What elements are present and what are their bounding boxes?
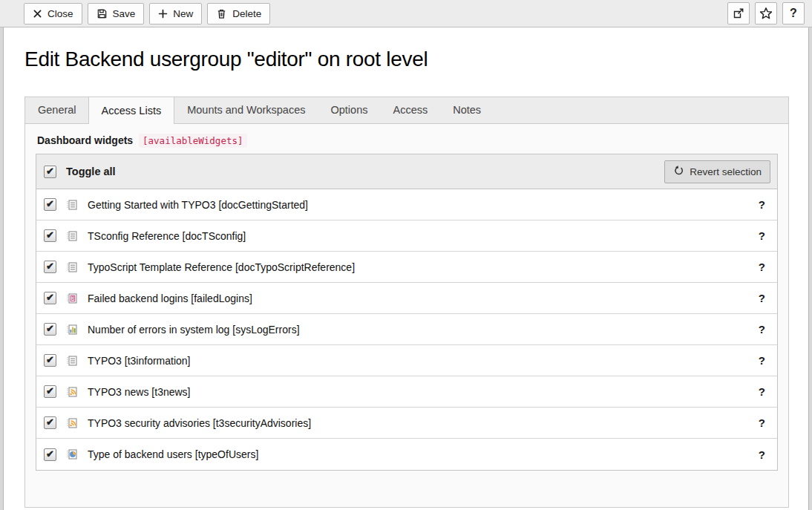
checkmark-icon: ✔ [46, 199, 54, 209]
revert-icon [673, 165, 684, 178]
widget-label: Failed backend logins [failedLogins] [88, 292, 252, 304]
checkmark-icon: ✔ [46, 449, 54, 459]
help-icon: ? [790, 7, 797, 20]
checkmark-icon: ✔ [46, 292, 54, 302]
row-checkbox[interactable]: ✔ [44, 416, 56, 429]
checkmark-icon: ✔ [46, 166, 54, 176]
widget-label: TSconfig Reference [docTSconfig] [88, 230, 246, 242]
widget-label: TYPO3 security advisories [t3securityAdv… [88, 417, 311, 429]
document-widget-icon: 3 [66, 261, 78, 273]
help-icon[interactable]: ? [753, 323, 770, 336]
close-button-label: Close [48, 8, 73, 19]
widget-row: ✔ 3 [36, 345, 777, 376]
widget-label: Getting Started with TYPO3 [docGettingSt… [88, 199, 308, 211]
save-button-label: Save [113, 8, 136, 19]
section-label: Dashboard widgets [availableWidgets] [37, 134, 778, 146]
toolbar-left-group: Close Save New [24, 3, 270, 24]
widget-label: TypoScript Template Reference [docTypoSc… [88, 261, 355, 273]
widget-table: ✔ Toggle all Revert selection [36, 154, 778, 471]
open-in-window-icon [733, 7, 744, 19]
widget-row: ✔ 3 [36, 408, 777, 439]
close-button[interactable]: Close [24, 3, 82, 24]
checkmark-icon: ✔ [46, 230, 54, 240]
help-icon[interactable]: ? [753, 416, 770, 429]
section-title: Dashboard widgets [37, 134, 133, 146]
svg-text:3: 3 [71, 295, 74, 301]
barchart-widget-icon: 3 [66, 324, 78, 336]
widget-label: Number of errors in system log [sysLogEr… [88, 324, 300, 336]
help-button[interactable]: ? [782, 2, 805, 24]
tab-general[interactable]: General [25, 97, 89, 123]
widget-row: ✔ 3 [36, 220, 777, 252]
widget-row: ✔ 3 [36, 189, 777, 220]
row-checkbox[interactable]: ✔ [44, 198, 56, 211]
widget-label: Type of backend users [typeOfUsers] [88, 448, 258, 460]
document-widget-icon: 3 [66, 230, 78, 242]
trash-icon [216, 8, 227, 19]
checkmark-icon: ✔ [46, 324, 54, 333]
row-checkbox[interactable]: ✔ [44, 385, 56, 398]
close-icon [33, 9, 42, 19]
plus-icon [158, 9, 168, 19]
toolbar-right-group: ? [727, 2, 805, 24]
row-checkbox[interactable]: ✔ [44, 292, 56, 304]
tabs-container: GeneralAccess ListsMounts and Workspaces… [24, 97, 789, 509]
pie-widget-icon: 3 [66, 448, 78, 460]
tab-panel-access-lists: Dashboard widgets [availableWidgets] ✔ T… [24, 124, 789, 508]
widget-row: ✔ 3 [36, 252, 777, 283]
help-icon[interactable]: ? [753, 292, 770, 304]
row-checkbox[interactable]: ✔ [44, 323, 56, 336]
save-icon [96, 8, 108, 19]
tab-mounts-and-workspaces[interactable]: Mounts and Workspaces [174, 97, 318, 123]
row-checkbox[interactable]: ✔ [44, 354, 56, 367]
star-bookmark-icon [759, 7, 773, 20]
widget-row: ✔ 3 [36, 314, 777, 345]
section-code-tag: [availableWidgets] [139, 134, 246, 148]
revert-selection-button[interactable]: Revert selection [664, 160, 770, 183]
help-icon[interactable]: ? [753, 229, 770, 242]
checkmark-icon: ✔ [46, 417, 54, 427]
revert-button-label: Revert selection [690, 166, 762, 177]
new-button[interactable]: New [149, 3, 202, 24]
toggle-all-checkbox[interactable]: ✔ [44, 166, 56, 178]
widget-row: ✔ 3 [36, 439, 777, 470]
new-button-label: New [173, 8, 193, 19]
checkmark-icon: ✔ [46, 386, 54, 396]
tab-notes[interactable]: Notes [440, 97, 494, 123]
delete-button[interactable]: Delete [207, 3, 270, 24]
tab-options[interactable]: Options [318, 97, 381, 123]
checkmark-icon: ✔ [46, 261, 54, 271]
document-widget-icon: 3 [66, 199, 78, 211]
widget-rows: ✔ 3 [36, 189, 777, 470]
page-title: Edit Backend usergroup "editor" on root … [24, 48, 428, 71]
widget-row: ✔ 3 [36, 283, 777, 314]
toggle-all-label: Toggle all [66, 166, 116, 177]
help-icon[interactable]: ? [753, 385, 770, 398]
save-button[interactable]: Save [88, 3, 145, 24]
tab-access-lists[interactable]: Access Lists [88, 97, 175, 124]
help-icon[interactable]: ? [753, 448, 770, 461]
help-icon[interactable]: ? [753, 354, 770, 367]
checkmark-icon: ✔ [46, 355, 54, 364]
document-area: Edit Backend usergroup "editor" on root … [3, 27, 809, 510]
help-icon[interactable]: ? [753, 261, 770, 273]
tab-bar: GeneralAccess ListsMounts and Workspaces… [24, 97, 789, 124]
number-widget-icon: 3 [66, 292, 78, 304]
row-checkbox[interactable]: ✔ [44, 448, 56, 461]
doc-toolbar: Close Save New [0, 0, 812, 27]
rss-widget-icon: 3 [66, 417, 78, 429]
widget-row: ✔ 3 [36, 376, 777, 408]
tab-access[interactable]: Access [380, 97, 440, 123]
bookmark-button[interactable] [755, 2, 777, 24]
row-checkbox[interactable]: ✔ [44, 229, 56, 242]
document-widget-icon: 3 [66, 355, 78, 367]
help-icon[interactable]: ? [753, 198, 770, 211]
rss-widget-icon: 3 [66, 386, 78, 398]
row-checkbox[interactable]: ✔ [44, 261, 56, 273]
widget-label: TYPO3 news [t3news] [88, 386, 191, 398]
widget-table-header: ✔ Toggle all Revert selection [36, 154, 777, 189]
widget-label: TYPO3 [t3information] [88, 355, 191, 367]
open-in-window-button[interactable] [727, 2, 750, 24]
delete-button-label: Delete [232, 8, 261, 19]
